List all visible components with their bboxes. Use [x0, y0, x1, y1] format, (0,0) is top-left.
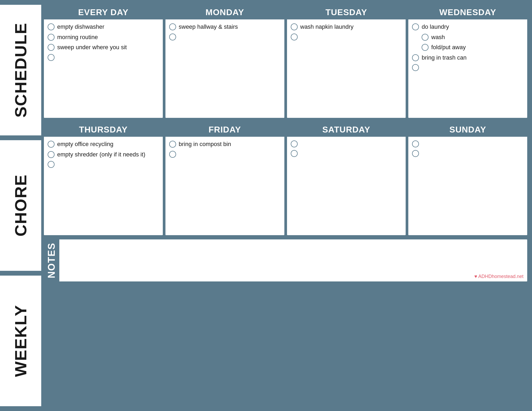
heart-icon: ♥ [474, 274, 477, 279]
circle-do-laundry[interactable] [412, 23, 419, 30]
body-thursday: empty office recycling empty shredder (o… [44, 137, 163, 235]
empty-circle-saturday-2[interactable] [291, 150, 298, 157]
header-saturday: SATURDAY [287, 122, 406, 137]
text-sweep-under: sweep under where you sit [57, 44, 127, 51]
top-grid: EVERY DAY empty dishwasher morning routi… [44, 5, 527, 118]
bottom-grid: THURSDAY empty office recycling empty sh… [44, 122, 527, 235]
body-monday: sweep hallway & stairs [165, 19, 284, 118]
circle-empty-dishwasher[interactable] [48, 23, 55, 30]
text-do-laundry: do laundry [422, 23, 449, 31]
circle-sweep-under[interactable] [48, 44, 55, 51]
body-wednesday: do laundry wash fold/put away bring in t… [408, 19, 527, 118]
chore-empty-dishwasher: empty dishwasher [48, 23, 159, 31]
chore-sweep-under: sweep under where you sit [48, 44, 159, 51]
text-bring-compost: bring in compost bin [179, 140, 231, 148]
sidebar-label-weekly: WEEKLY [0, 276, 41, 406]
card-wednesday: WEDNESDAY do laundry wash fold/put away [408, 5, 527, 118]
notes-body[interactable]: ♥ ADHDhomestead.net [59, 239, 527, 281]
text-wash: wash [431, 34, 445, 41]
card-monday: MONDAY sweep hallway & stairs [165, 5, 284, 118]
body-sunday [408, 137, 527, 235]
header-thursday: THURSDAY [44, 122, 163, 137]
header-monday: MONDAY [165, 5, 284, 19]
circle-bring-trash[interactable] [412, 54, 419, 61]
header-every-day: EVERY DAY [44, 5, 163, 19]
chore-wash: wash [422, 34, 523, 41]
circle-bring-compost[interactable] [169, 141, 176, 148]
body-friday: bring in compost bin [165, 137, 284, 235]
chore-morning-routine: morning routine [48, 34, 159, 41]
body-every-day: empty dishwasher morning routine sweep u… [44, 19, 163, 118]
sidebar-label-chore: CHORE [0, 140, 41, 271]
circle-wash-napkin[interactable] [291, 23, 298, 30]
main-content: EVERY DAY empty dishwasher morning routi… [41, 0, 532, 411]
empty-circle-tuesday-1[interactable] [291, 34, 298, 40]
text-fold: fold/put away [431, 44, 466, 51]
text-empty-dishwasher: empty dishwasher [57, 23, 104, 31]
attribution-text: ADHDhomestead.net [478, 274, 523, 279]
circle-sweep-hallway[interactable] [169, 23, 176, 30]
card-friday: FRIDAY bring in compost bin [165, 122, 284, 235]
card-saturday: SATURDAY [287, 122, 406, 235]
chore-do-laundry: do laundry [412, 23, 523, 31]
text-sweep-hallway: sweep hallway & stairs [179, 23, 238, 31]
chore-sweep-hallway: sweep hallway & stairs [169, 23, 281, 31]
body-saturday [287, 137, 406, 235]
chore-fold: fold/put away [422, 44, 523, 51]
empty-circle-saturday-1[interactable] [291, 140, 298, 147]
header-sunday: SUNDAY [408, 122, 527, 137]
header-friday: FRIDAY [165, 122, 284, 137]
text-empty-office-recycling: empty office recycling [57, 140, 113, 148]
chore-empty-office-recycling: empty office recycling [48, 140, 159, 148]
circle-wash[interactable] [422, 34, 429, 41]
text-empty-shredder: empty shredder (only if it needs it) [57, 151, 145, 159]
chore-empty-shredder: empty shredder (only if it needs it) [48, 151, 159, 159]
card-tuesday: TUESDAY wash napkin laundry [287, 5, 406, 118]
text-bring-trash: bring in trash can [422, 54, 467, 62]
notes-section: NOTES ♥ ADHDhomestead.net [44, 239, 527, 281]
circle-empty-shredder[interactable] [48, 151, 55, 158]
empty-circle-wednesday-1[interactable] [412, 64, 419, 71]
card-every-day: EVERY DAY empty dishwasher morning routi… [44, 5, 163, 118]
empty-circle-monday-1[interactable] [169, 34, 176, 40]
empty-circle-friday-1[interactable] [169, 151, 176, 158]
header-tuesday: TUESDAY [287, 5, 406, 19]
card-sunday: SUNDAY [408, 122, 527, 235]
chore-wash-napkin: wash napkin laundry [291, 23, 402, 31]
circle-empty-office-recycling[interactable] [48, 141, 55, 148]
chore-bring-compost: bring in compost bin [169, 140, 281, 148]
empty-circle-sunday-1[interactable] [412, 140, 419, 147]
circle-fold[interactable] [422, 44, 429, 51]
card-thursday: THURSDAY empty office recycling empty sh… [44, 122, 163, 235]
header-wednesday: WEDNESDAY [408, 5, 527, 19]
empty-circle-thursday-1[interactable] [48, 161, 55, 168]
sidebar-label-schedule: SCHEDULE [0, 5, 41, 135]
empty-circle-everyday-1[interactable] [48, 54, 55, 61]
circle-morning-routine[interactable] [48, 34, 55, 41]
notes-label: NOTES [44, 239, 59, 281]
text-morning-routine: morning routine [57, 34, 98, 41]
text-wash-napkin: wash napkin laundry [300, 23, 354, 31]
sidebar: SCHEDULE CHORE WEEKLY [0, 0, 41, 411]
attribution: ♥ ADHDhomestead.net [474, 274, 523, 279]
empty-circle-sunday-2[interactable] [412, 150, 419, 157]
chore-bring-trash: bring in trash can [412, 54, 523, 62]
body-tuesday: wash napkin laundry [287, 19, 406, 118]
